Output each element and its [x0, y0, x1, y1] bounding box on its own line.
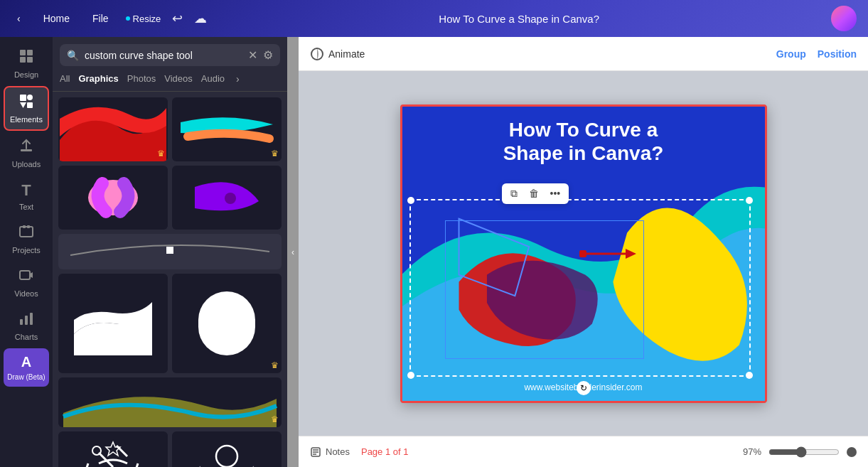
more-button[interactable]: ••• [547, 186, 564, 200]
svg-rect-11 [27, 225, 30, 228]
design-label: Design [14, 70, 38, 79]
draw-icon: A [21, 354, 31, 370]
resize-button[interactable]: Resize [126, 14, 161, 24]
element-card-5[interactable] [58, 234, 282, 269]
tab-audio[interactable]: Audio [201, 72, 225, 85]
file-button[interactable]: File [87, 10, 114, 27]
tab-graphics[interactable]: Graphics [78, 72, 118, 85]
element-card-1[interactable]: ♛ [58, 97, 168, 161]
zoom-level: 97% [743, 446, 761, 457]
svg-rect-4 [20, 95, 26, 101]
design-icon [18, 48, 34, 68]
svg-rect-10 [23, 225, 26, 228]
canvas-title-line1: How To Curve a [509, 119, 658, 141]
canvas-slide[interactable]: How To Curve a Shape in Canva? www.websi… [400, 104, 767, 403]
sidebar-item-elements[interactable]: Elements [4, 86, 49, 131]
element-card-8[interactable]: ♛ [58, 377, 282, 427]
notes-icon [310, 446, 321, 458]
svg-marker-6 [20, 102, 26, 108]
crown-badge-2: ♛ [271, 149, 279, 159]
tab-all[interactable]: All [60, 72, 70, 85]
element-card-3[interactable] [58, 166, 168, 230]
page-indicator[interactable]: Page 1 of 1 [361, 446, 409, 457]
element-card-2[interactable]: ♛ [172, 97, 282, 161]
animate-icon [310, 47, 324, 61]
svg-point-28 [216, 446, 237, 467]
back-button[interactable]: ‹ [11, 10, 26, 27]
svg-rect-14 [20, 319, 23, 325]
sidebar-item-charts[interactable]: Charts [4, 305, 49, 347]
sidebar-item-draw[interactable]: A Draw (Beta) [4, 348, 49, 387]
svg-rect-3 [27, 57, 33, 63]
videos-icon [18, 267, 34, 286]
elements-icon [18, 93, 34, 112]
projects-label: Projects [12, 246, 41, 254]
search-icon: 🔍 [67, 50, 79, 61]
projects-icon [18, 224, 34, 243]
draw-label: Draw (Beta) [7, 373, 45, 381]
search-input[interactable] [85, 50, 242, 61]
notes-label: Notes [326, 446, 350, 457]
elements-panel: 🔍 ✕ ⚙ All Graphics Photos Videos Audio ›… [53, 37, 287, 467]
delete-button[interactable]: 🗑 [526, 186, 542, 200]
undo-button[interactable]: ↩ [172, 11, 183, 26]
svg-point-18 [225, 193, 236, 204]
sidebar-item-design[interactable]: Design [4, 43, 49, 85]
tab-videos[interactable]: Videos [164, 72, 193, 85]
element-card-4[interactable] [172, 166, 282, 230]
clear-search-button[interactable]: ✕ [248, 48, 257, 62]
element-card-9[interactable]: ♛ [58, 431, 168, 467]
zoom-dot [847, 447, 857, 457]
charts-label: Charts [15, 333, 38, 341]
text-icon: T [21, 181, 31, 200]
animate-button[interactable]: Animate [310, 47, 365, 61]
svg-rect-20 [198, 291, 255, 355]
tab-photos[interactable]: Photos [127, 72, 156, 85]
canvas-title: How To Curve a Shape in Canva? [402, 118, 765, 166]
user-avatar[interactable] [831, 6, 857, 31]
editor-toolbar: Animate Group Position [299, 37, 868, 71]
main-layout: Design Elements Uploads [0, 37, 868, 467]
svg-marker-27 [106, 442, 120, 456]
position-button[interactable]: Position [818, 48, 857, 60]
svg-point-5 [27, 95, 33, 100]
sidebar-item-videos[interactable]: Videos [4, 262, 49, 304]
rotate-handle[interactable]: ↻ [577, 381, 591, 395]
canvas-title-line2: Shape in Canva? [503, 142, 664, 164]
filter-tabs: All Graphics Photos Videos Audio › [53, 72, 287, 92]
element-card-10[interactable]: ★ ★ ♛ [172, 431, 282, 467]
svg-point-25 [92, 446, 101, 455]
cloud-button[interactable]: ☁ [194, 11, 207, 26]
crown-badge-7: ♛ [271, 360, 279, 370]
topbar-title: How To Curve a Shape in Canva? [221, 13, 817, 25]
topbar-right [831, 6, 857, 31]
svg-rect-8 [21, 149, 32, 151]
copy-button[interactable]: ⧉ [508, 186, 520, 201]
videos-label: Videos [14, 289, 38, 298]
svg-rect-16 [30, 313, 33, 325]
uploads-label: Uploads [12, 160, 41, 168]
group-button[interactable]: Group [776, 48, 806, 60]
sidebar-item-projects[interactable]: Projects [4, 218, 49, 260]
svg-text:★: ★ [248, 464, 258, 467]
svg-rect-1 [27, 50, 33, 55]
sidebar-item-text[interactable]: T Text [4, 176, 49, 217]
more-tabs-button[interactable]: › [236, 73, 240, 85]
search-bar: 🔍 ✕ ⚙ [60, 44, 280, 66]
panel-collapse-button[interactable]: ‹ [287, 37, 299, 467]
svg-line-22 [85, 463, 88, 467]
element-card-6[interactable] [58, 274, 168, 373]
topbar: ‹ Home File Resize ↩ ☁ How To Curve a Sh… [0, 0, 868, 37]
notes-button[interactable]: Notes [310, 446, 350, 458]
home-button[interactable]: Home [38, 10, 75, 27]
zoom-slider[interactable] [768, 446, 840, 458]
svg-rect-9 [20, 227, 33, 237]
elements-label: Elements [10, 115, 43, 124]
sidebar-item-uploads[interactable]: Uploads [4, 132, 49, 174]
filter-button[interactable]: ⚙ [263, 48, 273, 62]
bottom-bar: Notes Page 1 of 1 97% [299, 436, 868, 467]
element-card-7[interactable]: ♛ [172, 274, 282, 373]
svg-text:★: ★ [195, 464, 205, 467]
charts-icon [18, 311, 34, 330]
resize-label: Resize [133, 14, 161, 24]
